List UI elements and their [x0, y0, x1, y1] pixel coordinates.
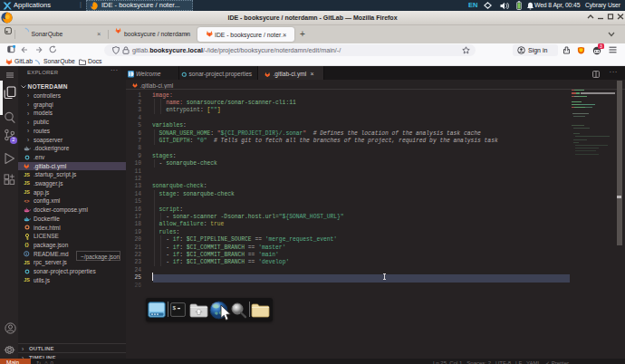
svg-text:$: $: [173, 305, 177, 311]
